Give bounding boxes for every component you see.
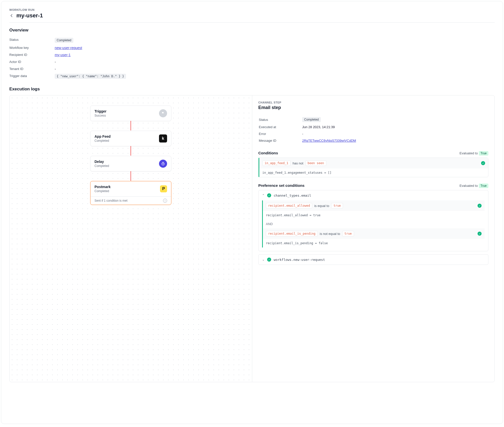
message-id-link[interactable]: 2RqTETwwCC6yNiqS7339wjVCdDM bbox=[302, 139, 356, 143]
check-icon: ✓ bbox=[478, 232, 482, 236]
preference-item-name: channel_types.email bbox=[274, 194, 311, 197]
recipient-id-link[interactable]: my-user-1 bbox=[55, 53, 71, 57]
flag-icon bbox=[159, 109, 167, 117]
condition-operator: has not bbox=[293, 161, 303, 165]
node-title: Delay bbox=[94, 160, 109, 164]
condition-result: in_app_feed_1.engagement_statuses = [] bbox=[259, 168, 488, 177]
preference-item: ⌄ ✓ workflows.new-user-request bbox=[258, 254, 488, 265]
check-icon: ✓ bbox=[481, 161, 485, 165]
preference-conditions-heading: Preference set conditions bbox=[258, 183, 304, 188]
detail-eyebrow: CHANNEL STEP bbox=[258, 101, 488, 104]
node-title: App Feed bbox=[94, 134, 111, 138]
condition-operator: is not equal to bbox=[320, 232, 340, 236]
actor-id-label: Actor ID bbox=[9, 58, 55, 65]
check-icon: ✓ bbox=[267, 258, 271, 262]
check-icon: ✓ bbox=[478, 204, 482, 208]
tenant-id-value: - bbox=[55, 65, 495, 73]
connector bbox=[131, 171, 131, 181]
condition-value: true bbox=[331, 203, 343, 208]
and-joiner: AND bbox=[263, 220, 485, 228]
recipient-id-label: Recipient ID bbox=[9, 51, 55, 58]
detail-status-badge: Completed bbox=[302, 117, 321, 122]
preference-item: ⌃ ✓ channel_types.email recipient.email_… bbox=[258, 190, 488, 251]
app-icon: k bbox=[159, 134, 167, 143]
detail-status-label: Status bbox=[259, 116, 302, 123]
condition-operator: is equal to bbox=[314, 204, 329, 208]
workflow-key-label: Workflow key bbox=[9, 44, 55, 51]
page-title: my-user-1 bbox=[16, 12, 43, 19]
execution-logs-heading: Execution logs bbox=[9, 87, 495, 92]
node-subtitle: Completed bbox=[94, 164, 109, 168]
chevron-up-icon: ⌃ bbox=[262, 194, 265, 197]
node-trigger[interactable]: Trigger Success bbox=[90, 105, 171, 121]
executed-at-label: Executed at bbox=[259, 124, 302, 130]
chevron-down-icon: ⌄ bbox=[262, 258, 265, 261]
detail-title: Email step bbox=[258, 105, 488, 110]
workflow-key-link[interactable]: new-user-request bbox=[55, 46, 82, 50]
node-subtitle: Completed bbox=[94, 189, 111, 193]
node-subtitle: Success bbox=[94, 114, 106, 117]
conditions-heading: Conditions bbox=[258, 151, 278, 155]
condition-variable: recipient.email_allowed bbox=[266, 203, 312, 208]
condition-result: recipient.email_is_pending = false bbox=[263, 239, 485, 247]
timer-icon bbox=[159, 160, 167, 168]
condition-value: been seen bbox=[305, 160, 326, 166]
condition-variable: in_app_feed_1 bbox=[262, 160, 291, 166]
condition-result: recipient.email_allowed = true bbox=[263, 211, 485, 220]
conditions-box: in_app_feed_1 has not been seen ✓ in_app… bbox=[258, 158, 488, 177]
postmark-icon: P bbox=[160, 185, 167, 192]
info-icon[interactable]: i bbox=[163, 199, 167, 203]
connector bbox=[131, 146, 131, 156]
connector bbox=[131, 121, 131, 130]
message-id-label: Message ID bbox=[259, 137, 302, 144]
evaluated-to-value: True bbox=[479, 151, 488, 156]
preference-item-header[interactable]: ⌄ ✓ workflows.new-user-request bbox=[259, 255, 488, 265]
check-icon: ✓ bbox=[267, 193, 271, 197]
condition-value: true bbox=[342, 231, 354, 236]
overview-heading: Overview bbox=[9, 28, 495, 33]
node-subtitle: Completed bbox=[94, 139, 111, 143]
evaluated-to-label: Evaluated to bbox=[460, 151, 478, 155]
status-badge: Completed bbox=[55, 38, 73, 43]
tenant-id-label: Tenant ID bbox=[9, 65, 55, 73]
detail-panel: CHANNEL STEP Email step Status Completed… bbox=[252, 95, 494, 382]
node-delay[interactable]: Delay Completed bbox=[90, 156, 171, 171]
chevron-left-icon bbox=[10, 14, 13, 17]
page-eyebrow: WORKFLOW RUN bbox=[9, 8, 495, 11]
node-title: Postmark bbox=[94, 185, 111, 189]
preference-item-name: workflows.new-user-request bbox=[274, 258, 325, 262]
executed-at-value: Jun 28 2023, 14:21:39 bbox=[302, 124, 488, 130]
actor-id-value: - bbox=[55, 58, 495, 65]
preference-item-header[interactable]: ⌃ ✓ channel_types.email bbox=[259, 190, 488, 200]
evaluated-to-value: True bbox=[479, 184, 488, 188]
error-value: - bbox=[302, 131, 488, 137]
workflow-canvas[interactable]: Trigger Success App Feed Completed k bbox=[10, 95, 252, 382]
trigger-data-label: Trigger data bbox=[9, 73, 55, 80]
trigger-data-value: { "new_user": { "name": "John D." } } bbox=[55, 74, 126, 79]
node-footer-text: Sent if 1 condition is met bbox=[94, 199, 128, 202]
back-button[interactable] bbox=[9, 13, 14, 18]
detail-table: Status Completed Executed at Jun 28 2023… bbox=[258, 115, 488, 144]
overview-table: Status Completed Workflow key new-user-r… bbox=[9, 36, 495, 80]
node-app-feed[interactable]: App Feed Completed k bbox=[90, 131, 171, 146]
evaluated-to-label: Evaluated to bbox=[460, 184, 478, 188]
condition-variable: recipient.email_is_pending bbox=[266, 231, 318, 236]
status-label: Status bbox=[9, 36, 55, 44]
node-postmark[interactable]: Postmark Completed P Sent if 1 condition… bbox=[90, 181, 171, 205]
error-label: Error bbox=[259, 131, 302, 137]
node-title: Trigger bbox=[94, 109, 106, 113]
